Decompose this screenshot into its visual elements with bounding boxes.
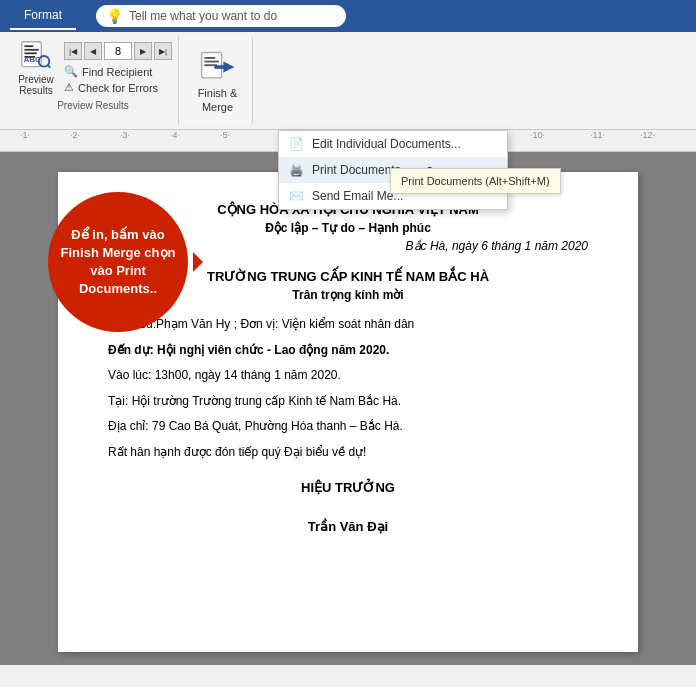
doc-body-line-3: Vào lúc: 13h00, ngày 14 tháng 1 năm 2020… [108,365,588,387]
preview-results-button[interactable]: ABC Preview Results [14,40,58,96]
finish-merge-group[interactable]: Finish & Merge [183,36,253,125]
nav-next-button[interactable]: ▶ [134,42,152,60]
check-errors-label: Check for Errors [78,82,158,94]
doc-body-line-4: Tại: Hội trường Trường trung cấp Kinh tế… [108,391,588,413]
svg-line-6 [48,65,50,67]
document-page: Để in, bấm vào Finish Merge chọn vào Pri… [58,172,638,652]
nav-first-button[interactable]: |◀ [64,42,82,60]
preview-results-group-label: Preview Results [57,100,129,111]
lightbulb-icon: 💡 [106,8,123,24]
edit-doc-icon: 📄 [289,137,304,151]
check-errors-row[interactable]: ⚠ Check for Errors [64,81,172,94]
nav-last-button[interactable]: ▶| [154,42,172,60]
preview-results-group: ABC Preview Results |◀ ◀ ▶ ▶| 🔍 [8,36,179,125]
svg-rect-3 [24,52,36,54]
doc-body-line-1: Đại biểu:Phạm Văn Hy ; Đơn vị: Viện kiểm… [108,314,588,336]
email-icon: ✉️ [289,189,304,203]
svg-rect-9 [204,57,215,59]
dropdown-edit-label: Edit Individual Documents... [312,137,461,151]
tab-format[interactable]: Format [10,2,76,30]
tell-me-bar[interactable]: 💡 Tell me what you want to do [96,5,346,27]
doc-signature: HIỆU TRƯỞNG [108,480,588,495]
finish-merge-icon [198,47,238,87]
finish-merge-label: Finish & Merge [198,87,238,113]
ribbon: Format 💡 Tell me what you want to do [0,0,696,130]
tooltip: Print Documents (Alt+Shift+M) [390,168,561,194]
ribbon-top-bar: Format 💡 Tell me what you want to do [0,0,696,32]
document-area: Để in, bấm vào Finish Merge chọn vào Pri… [0,152,696,665]
doc-body-line-6: Rất hân hạnh được đón tiếp quý Đại biểu … [108,442,588,464]
nav-prev-button[interactable]: ◀ [84,42,102,60]
doc-body-line-2: Đến dự: Hội nghị viên chức - Lao động nă… [108,340,588,362]
nav-row: |◀ ◀ ▶ ▶| [64,42,172,60]
ribbon-content: ABC Preview Results |◀ ◀ ▶ ▶| 🔍 [0,32,696,130]
doc-name: Trần Văn Đại [108,519,588,534]
doc-body: Đại biểu:Phạm Văn Hy ; Đơn vị: Viện kiểm… [108,314,588,464]
svg-rect-1 [24,45,33,47]
dropdown-item-edit[interactable]: 📄 Edit Individual Documents... [279,131,507,157]
speech-bubble: Để in, bấm vào Finish Merge chọn vào Pri… [48,192,188,332]
find-icon: 🔍 [64,65,78,78]
nav-input[interactable] [104,42,132,60]
svg-rect-2 [24,49,38,51]
svg-rect-10 [204,61,219,63]
find-recipient-label: Find Recipient [82,66,152,78]
doc-body-line-5: Địa chỉ: 79 Cao Bá Quát, Phường Hóa than… [108,416,588,438]
tell-me-text: Tell me what you want to do [129,9,277,23]
print-icon: 🖨️ [289,163,304,177]
find-recipient-row[interactable]: 🔍 Find Recipient [64,65,172,78]
preview-icon: ABC [20,40,52,72]
svg-rect-13 [214,65,225,69]
check-icon: ⚠ [64,81,74,94]
preview-results-label: Preview Results [14,74,58,96]
side-actions: |◀ ◀ ▶ ▶| 🔍 Find Recipient ⚠ Check for E… [64,40,172,94]
svg-text:ABC: ABC [24,55,42,64]
